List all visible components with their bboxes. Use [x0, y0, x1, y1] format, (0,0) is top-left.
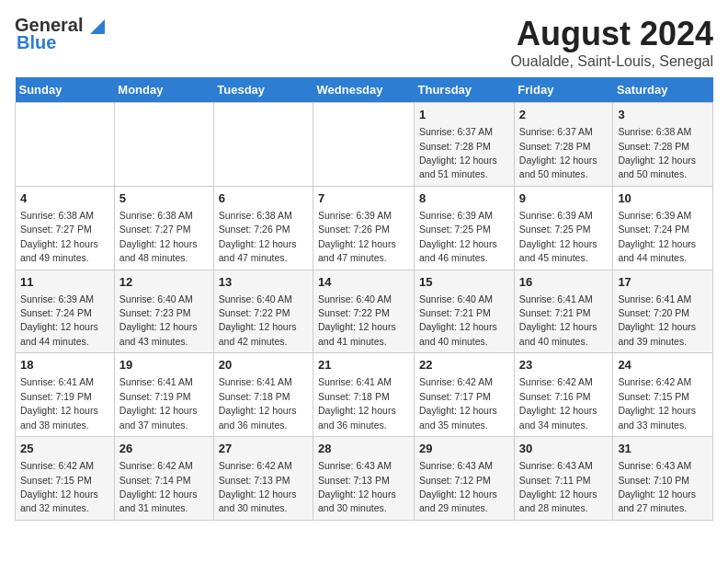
calendar-cell: 4Sunrise: 6:38 AM Sunset: 7:27 PM Daylig… — [16, 186, 115, 270]
day-number: 27 — [219, 441, 308, 457]
day-info: Sunrise: 6:38 AM Sunset: 7:27 PM Dayligh… — [20, 210, 101, 263]
day-info: Sunrise: 6:40 AM Sunset: 7:23 PM Dayligh… — [119, 293, 200, 347]
day-number: 29 — [419, 441, 509, 457]
calendar-cell: 24Sunrise: 6:42 AM Sunset: 7:15 PM Dayli… — [613, 353, 713, 437]
day-number: 14 — [318, 274, 409, 291]
day-number: 3 — [618, 107, 708, 123]
calendar-cell: 20Sunrise: 6:41 AM Sunset: 7:18 PM Dayli… — [213, 353, 313, 437]
day-number: 24 — [618, 357, 708, 373]
calendar-cell: 29Sunrise: 6:43 AM Sunset: 7:12 PM Dayli… — [415, 437, 515, 521]
day-info: Sunrise: 6:39 AM Sunset: 7:25 PM Dayligh… — [419, 210, 500, 263]
calendar-cell: 8Sunrise: 6:39 AM Sunset: 7:25 PM Daylig… — [415, 186, 515, 270]
day-info: Sunrise: 6:38 AM Sunset: 7:26 PM Dayligh… — [219, 210, 300, 263]
day-number: 26 — [119, 441, 209, 457]
calendar-cell: 16Sunrise: 6:41 AM Sunset: 7:21 PM Dayli… — [514, 270, 613, 353]
day-info: Sunrise: 6:42 AM Sunset: 7:16 PM Dayligh… — [519, 376, 600, 430]
calendar-cell: 15Sunrise: 6:40 AM Sunset: 7:21 PM Dayli… — [415, 270, 515, 353]
day-info: Sunrise: 6:43 AM Sunset: 7:10 PM Dayligh… — [618, 460, 699, 513]
day-number: 17 — [618, 274, 708, 291]
day-number: 4 — [20, 190, 109, 207]
calendar-cell: 27Sunrise: 6:42 AM Sunset: 7:13 PM Dayli… — [213, 437, 313, 521]
calendar-cell: 7Sunrise: 6:39 AM Sunset: 7:26 PM Daylig… — [313, 186, 415, 270]
calendar-cell — [16, 103, 115, 187]
day-header-sunday: Sunday — [16, 77, 115, 103]
calendar-cell: 3Sunrise: 6:38 AM Sunset: 7:28 PM Daylig… — [613, 103, 713, 187]
day-number: 2 — [519, 107, 609, 123]
calendar-cell: 28Sunrise: 6:43 AM Sunset: 7:13 PM Dayli… — [313, 437, 415, 521]
day-info: Sunrise: 6:40 AM Sunset: 7:22 PM Dayligh… — [219, 293, 300, 347]
day-info: Sunrise: 6:43 AM Sunset: 7:13 PM Dayligh… — [318, 460, 399, 513]
day-info: Sunrise: 6:41 AM Sunset: 7:21 PM Dayligh… — [519, 293, 600, 347]
day-info: Sunrise: 6:41 AM Sunset: 7:18 PM Dayligh… — [318, 376, 399, 430]
day-header-tuesday: Tuesday — [213, 77, 313, 103]
calendar-cell — [213, 103, 313, 187]
day-header-friday: Friday — [514, 77, 613, 103]
day-info: Sunrise: 6:40 AM Sunset: 7:21 PM Dayligh… — [419, 293, 500, 347]
day-info: Sunrise: 6:39 AM Sunset: 7:24 PM Dayligh… — [618, 210, 699, 263]
day-header-monday: Monday — [114, 77, 213, 103]
day-info: Sunrise: 6:43 AM Sunset: 7:11 PM Dayligh… — [519, 460, 600, 513]
calendar-cell: 10Sunrise: 6:39 AM Sunset: 7:24 PM Dayli… — [613, 186, 713, 270]
day-number: 21 — [318, 357, 409, 373]
title-block: August 2024 Oualalde, Saint-Louis, Seneg… — [510, 15, 713, 70]
day-info: Sunrise: 6:42 AM Sunset: 7:13 PM Dayligh… — [219, 460, 300, 513]
day-number: 20 — [219, 357, 308, 373]
page-header: General Blue August 2024 Oualalde, Saint… — [15, 15, 713, 70]
week-row-4: 18Sunrise: 6:41 AM Sunset: 7:19 PM Dayli… — [16, 353, 713, 437]
calendar-cell: 18Sunrise: 6:41 AM Sunset: 7:19 PM Dayli… — [16, 353, 115, 437]
day-number: 15 — [419, 274, 509, 291]
calendar-cell — [313, 103, 415, 187]
day-info: Sunrise: 6:40 AM Sunset: 7:22 PM Dayligh… — [318, 293, 399, 347]
day-number: 23 — [519, 357, 609, 373]
calendar-table: SundayMondayTuesdayWednesdayThursdayFrid… — [15, 77, 713, 521]
calendar-cell: 6Sunrise: 6:38 AM Sunset: 7:26 PM Daylig… — [213, 186, 313, 270]
day-number: 8 — [419, 190, 509, 207]
day-number: 19 — [119, 357, 209, 373]
logo-blue: Blue — [17, 32, 56, 53]
calendar-cell: 22Sunrise: 6:42 AM Sunset: 7:17 PM Dayli… — [415, 353, 515, 437]
day-number: 7 — [318, 190, 409, 207]
calendar-header-row: SundayMondayTuesdayWednesdayThursdayFrid… — [16, 77, 713, 103]
day-info: Sunrise: 6:41 AM Sunset: 7:18 PM Dayligh… — [219, 376, 300, 430]
calendar-cell: 26Sunrise: 6:42 AM Sunset: 7:14 PM Dayli… — [114, 437, 213, 521]
day-number: 1 — [419, 107, 509, 123]
day-number: 11 — [20, 274, 109, 291]
week-row-2: 4Sunrise: 6:38 AM Sunset: 7:27 PM Daylig… — [16, 186, 713, 270]
calendar-cell: 11Sunrise: 6:39 AM Sunset: 7:24 PM Dayli… — [16, 270, 115, 353]
day-info: Sunrise: 6:42 AM Sunset: 7:17 PM Dayligh… — [419, 376, 500, 430]
day-header-wednesday: Wednesday — [313, 77, 415, 103]
day-info: Sunrise: 6:37 AM Sunset: 7:28 PM Dayligh… — [419, 126, 500, 179]
day-info: Sunrise: 6:42 AM Sunset: 7:14 PM Dayligh… — [119, 460, 200, 513]
day-number: 10 — [618, 190, 708, 207]
day-number: 30 — [519, 441, 609, 457]
day-header-saturday: Saturday — [613, 77, 713, 103]
calendar-cell: 21Sunrise: 6:41 AM Sunset: 7:18 PM Dayli… — [313, 353, 415, 437]
day-header-thursday: Thursday — [415, 77, 515, 103]
calendar-cell: 31Sunrise: 6:43 AM Sunset: 7:10 PM Dayli… — [613, 437, 713, 521]
page-subtitle: Oualalde, Saint-Louis, Senegal — [510, 53, 713, 70]
day-info: Sunrise: 6:38 AM Sunset: 7:28 PM Dayligh… — [618, 126, 699, 179]
day-number: 13 — [219, 274, 308, 291]
day-number: 22 — [419, 357, 509, 373]
day-number: 28 — [318, 441, 409, 457]
day-number: 12 — [119, 274, 209, 291]
day-number: 5 — [119, 190, 209, 207]
day-info: Sunrise: 6:41 AM Sunset: 7:19 PM Dayligh… — [119, 376, 200, 430]
day-info: Sunrise: 6:42 AM Sunset: 7:15 PM Dayligh… — [618, 376, 699, 430]
calendar-cell: 5Sunrise: 6:38 AM Sunset: 7:27 PM Daylig… — [114, 186, 213, 270]
day-number: 16 — [519, 274, 609, 291]
day-info: Sunrise: 6:39 AM Sunset: 7:26 PM Dayligh… — [318, 210, 399, 263]
day-info: Sunrise: 6:38 AM Sunset: 7:27 PM Dayligh… — [119, 210, 200, 263]
day-info: Sunrise: 6:39 AM Sunset: 7:24 PM Dayligh… — [20, 293, 101, 347]
logo-icon — [85, 16, 105, 36]
week-row-5: 25Sunrise: 6:42 AM Sunset: 7:15 PM Dayli… — [16, 437, 713, 521]
day-info: Sunrise: 6:41 AM Sunset: 7:20 PM Dayligh… — [618, 293, 699, 347]
calendar-cell — [114, 103, 213, 187]
calendar-cell: 30Sunrise: 6:43 AM Sunset: 7:11 PM Dayli… — [514, 437, 613, 521]
day-number: 31 — [618, 441, 708, 457]
calendar-cell: 2Sunrise: 6:37 AM Sunset: 7:28 PM Daylig… — [514, 103, 613, 187]
calendar-cell: 1Sunrise: 6:37 AM Sunset: 7:28 PM Daylig… — [415, 103, 515, 187]
page-title: August 2024 — [510, 15, 713, 53]
calendar-cell: 19Sunrise: 6:41 AM Sunset: 7:19 PM Dayli… — [114, 353, 213, 437]
calendar-cell: 17Sunrise: 6:41 AM Sunset: 7:20 PM Dayli… — [613, 270, 713, 353]
